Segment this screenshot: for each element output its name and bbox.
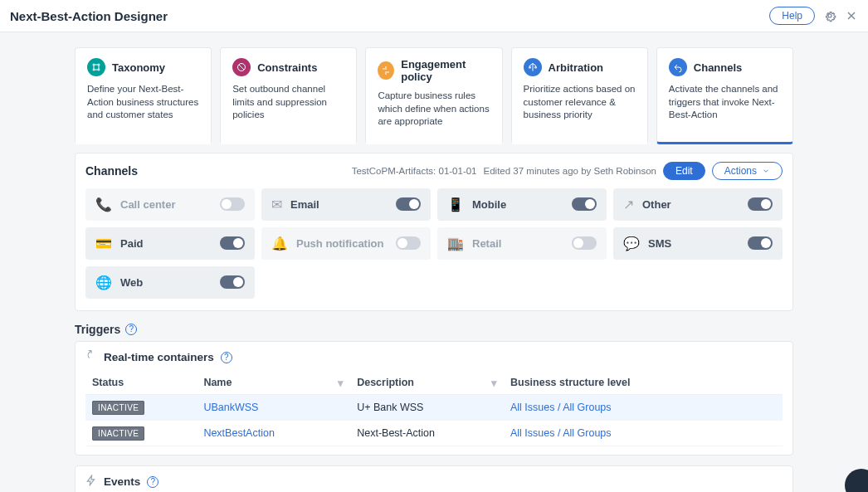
table-row[interactable]: INACTIVENextBestActionNext-Best-ActionAl… xyxy=(85,420,783,446)
constraints-icon xyxy=(232,58,251,76)
edited-meta: Edited 37 minutes ago by Seth Robinson xyxy=(484,166,656,176)
realtime-title: Real-time containers xyxy=(104,351,214,363)
channel-cell: 💳Paid xyxy=(85,227,255,260)
status-badge: INACTIVE xyxy=(92,426,144,441)
channel-label: Web xyxy=(120,276,143,289)
card-desc: Activate the channels and triggers that … xyxy=(669,83,781,122)
events-icon xyxy=(85,475,97,490)
help-icon[interactable]: ? xyxy=(147,476,158,488)
help-icon[interactable]: ? xyxy=(221,352,232,363)
card-title: Constraints xyxy=(257,61,317,74)
card-taxonomy[interactable]: Taxonomy Define your Next-Best-Action bu… xyxy=(75,47,212,144)
edit-button[interactable]: Edit xyxy=(663,162,705,180)
card-desc: Define your Next-Best-Action business st… xyxy=(87,83,199,122)
svg-point-0 xyxy=(828,14,831,17)
card-desc: Prioritize actions based on customer rel… xyxy=(524,83,636,122)
channel-cell: 🏬Retail xyxy=(437,227,607,260)
channel-toggle[interactable] xyxy=(748,236,773,250)
actions-dropdown[interactable]: Actions xyxy=(712,162,783,180)
row-desc: Next-Best-Action xyxy=(350,420,504,446)
channels-panel: Channels TestCoPM-Artifacts: 01-01-01 Ed… xyxy=(75,153,793,311)
channel-cell: 💬SMS xyxy=(613,227,783,260)
help-icon[interactable]: ? xyxy=(125,324,137,335)
status-badge: INACTIVE xyxy=(92,401,144,415)
channel-label: Email xyxy=(290,198,319,211)
card-channels[interactable]: Channels Activate the channels and trigg… xyxy=(656,47,793,144)
channels-icon xyxy=(669,58,687,76)
svg-point-4 xyxy=(98,69,100,71)
channel-toggle[interactable] xyxy=(220,236,245,250)
app-title: Next-Best-Action Designer xyxy=(10,9,168,23)
row-name-link[interactable]: NextBestAction xyxy=(203,427,274,439)
row-business-link[interactable]: All Issues / All Groups xyxy=(510,402,612,413)
channel-label: Retail xyxy=(472,237,501,250)
channel-label: Mobile xyxy=(472,198,506,211)
channel-toggle[interactable] xyxy=(748,197,773,211)
channel-cell: ✉Email xyxy=(261,188,431,221)
card-title: Taxonomy xyxy=(112,61,165,74)
channel-toggle[interactable] xyxy=(220,275,245,289)
channel-cell: ↗Other xyxy=(613,188,783,221)
channel-label: Other xyxy=(642,198,671,211)
content: Taxonomy Define your Next-Best-Action bu… xyxy=(0,32,868,492)
close-icon[interactable] xyxy=(845,9,858,22)
col-name[interactable]: Name▾ xyxy=(197,372,350,395)
card-desc: Set outbound channel limits and suppress… xyxy=(232,83,344,122)
header-actions: Help xyxy=(769,7,858,25)
channel-toggle[interactable] xyxy=(220,197,245,211)
events-title: Events xyxy=(104,475,140,488)
taxonomy-icon xyxy=(87,58,105,76)
channel-icon: 🏬 xyxy=(447,236,464,251)
card-constraints[interactable]: Constraints Set outbound channel limits … xyxy=(220,47,357,144)
row-desc: U+ Bank WSS xyxy=(350,394,504,420)
row-name-link[interactable]: UBankWSS xyxy=(203,402,258,413)
channel-grid: 📞Call center✉Email📱Mobile↗Other💳Paid🔔Pus… xyxy=(85,188,783,299)
events-panel: Events ? Status Name▾ Description▾ Busin… xyxy=(75,465,793,492)
card-arbitration[interactable]: Arbitration Prioritize actions based on … xyxy=(511,47,648,144)
channel-label: Push notification xyxy=(296,237,383,250)
card-title: Channels xyxy=(694,61,743,74)
channel-toggle[interactable] xyxy=(396,197,421,211)
realtime-icon xyxy=(85,350,97,365)
gear-icon[interactable] xyxy=(823,9,836,22)
channel-label: Paid xyxy=(120,237,143,250)
channel-label: SMS xyxy=(648,237,671,250)
triggers-heading: Triggers ? xyxy=(75,323,793,336)
triggers-title: Triggers xyxy=(75,323,120,336)
channel-icon: 📞 xyxy=(95,197,112,212)
card-desc: Capture business rules which define when… xyxy=(378,90,490,129)
realtime-table: Status Name▾ Description▾ Business struc… xyxy=(85,372,783,446)
channel-label: Call center xyxy=(120,198,175,211)
card-title: Arbitration xyxy=(549,61,603,74)
channel-cell: 📱Mobile xyxy=(437,188,607,221)
col-desc[interactable]: Description▾ xyxy=(350,372,504,395)
row-business-link[interactable]: All Issues / All Groups xyxy=(510,427,612,439)
channel-toggle[interactable] xyxy=(572,236,597,250)
filter-icon[interactable]: ▾ xyxy=(338,377,344,389)
channel-icon: 🔔 xyxy=(271,236,288,251)
channel-icon: 📱 xyxy=(447,197,464,212)
channel-toggle[interactable] xyxy=(572,197,597,211)
filter-icon[interactable]: ▾ xyxy=(491,377,497,389)
channel-toggle[interactable] xyxy=(396,236,421,250)
channel-icon: 💳 xyxy=(95,236,112,251)
channel-cell: 📞Call center xyxy=(85,188,255,221)
artifact-meta: TestCoPM-Artifacts: 01-01-01 xyxy=(352,166,477,176)
channel-icon: ✉ xyxy=(271,197,282,212)
engagement-icon xyxy=(378,61,394,80)
help-button[interactable]: Help xyxy=(769,7,815,25)
chevron-down-icon xyxy=(762,167,770,175)
svg-point-2 xyxy=(98,64,100,66)
channel-icon: ↗ xyxy=(623,197,634,212)
table-row[interactable]: INACTIVEUBankWSSU+ Bank WSSAll Issues / … xyxy=(85,394,783,420)
svg-point-3 xyxy=(93,69,95,71)
channel-cell: 🔔Push notification xyxy=(261,227,431,260)
card-engagement[interactable]: Engagement policy Capture business rules… xyxy=(365,47,502,144)
arbitration-icon xyxy=(524,58,542,76)
app-header: Next-Best-Action Designer Help xyxy=(0,0,868,32)
col-business[interactable]: Business structure level xyxy=(504,372,783,395)
channel-icon: 🌐 xyxy=(95,275,112,290)
channel-cell: 🌐Web xyxy=(85,266,255,299)
realtime-containers-panel: Real-time containers ? Status Name▾ Desc… xyxy=(75,341,793,455)
col-status[interactable]: Status xyxy=(85,372,197,395)
